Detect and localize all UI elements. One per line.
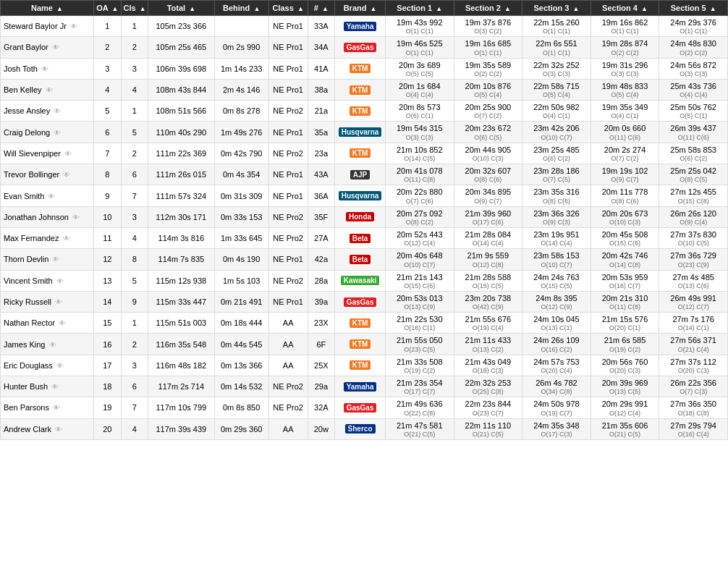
eye-icon[interactable]: 👁 — [56, 362, 64, 370]
s3-sub: O(4) C(1) — [525, 112, 588, 119]
col-header-s5[interactable]: Section 5 ▲ — [659, 1, 728, 16]
eye-icon[interactable]: 👁 — [72, 213, 80, 221]
eye-icon[interactable]: 👁 — [48, 193, 55, 200]
s1-sub: O(11) C(8) — [388, 176, 452, 183]
col-header-total[interactable]: Total ▲ — [148, 1, 214, 16]
eye-icon[interactable]: 👁 — [55, 298, 62, 306]
s1-sub: O(19) C(2) — [388, 367, 452, 374]
s4-main: 21m 15s 576 — [593, 314, 657, 324]
col-header-name[interactable]: Name ▲ — [1, 1, 94, 16]
col-header-cls[interactable]: Cls ▲ — [121, 1, 148, 16]
eye-icon[interactable]: 👁 — [63, 171, 70, 179]
cell-cls: 4 — [121, 418, 148, 439]
s4-sub: O(9) C(7) — [593, 176, 657, 183]
cell-s5: 24m 48s 830 O(2) C(2) — [659, 37, 728, 58]
cell-s5: 25m 50s 762 O(5) C(1) — [659, 101, 728, 122]
col-header-s4[interactable]: Section 4 ▲ — [591, 1, 659, 16]
cell-s2: 22m 23s 844 O(23) C(7) — [454, 397, 522, 418]
eye-icon[interactable]: 👁 — [49, 341, 56, 349]
eye-icon[interactable]: 👁 — [63, 234, 70, 242]
cell-num: 23a — [308, 143, 335, 164]
s4-sub: O(21) C(5) — [593, 431, 657, 438]
cell-s5: 25m 43s 736 O(4) C(4) — [659, 79, 728, 100]
cell-oa: 12 — [93, 249, 121, 270]
eye-icon[interactable]: 👁 — [53, 404, 60, 412]
cell-s2: 21m 11s 433 O(13) C(2) — [454, 334, 522, 355]
eye-icon[interactable]: 👁 — [55, 426, 62, 433]
sort-arrow-s5: ▲ — [710, 5, 716, 12]
cell-oa: 17 — [93, 355, 121, 376]
col-header-class[interactable]: Class ▲ — [268, 1, 308, 16]
col-header-s3[interactable]: Section 3 ▲ — [522, 1, 591, 16]
sort-arrow-cls: ▲ — [140, 5, 146, 12]
s4-sub: O(10) C(3) — [593, 219, 657, 226]
rider-name: Eric Douglass — [4, 361, 53, 370]
cell-s3: 23m 28s 186 O(7) C(5) — [522, 164, 591, 185]
eye-icon[interactable]: 👁 — [52, 255, 59, 263]
s5-main: 27m 29s 794 — [661, 420, 725, 431]
cell-s4: 20m 42s 746 O(14) C(8) — [591, 249, 659, 270]
cell-num: 34A — [308, 37, 335, 58]
table-row: Hunter Bush 👁 18 6 117m 2s 714 0m 14s 53… — [1, 376, 728, 397]
table-row: Eric Douglass 👁 17 3 116m 48s 182 0m 13s… — [1, 355, 728, 376]
eye-icon[interactable]: 👁 — [59, 319, 66, 327]
s4-sub: O(20) C(3) — [593, 367, 657, 374]
eye-icon[interactable]: 👁 — [52, 43, 59, 51]
eye-icon[interactable]: 👁 — [51, 383, 59, 391]
s5-main: 24m 56s 872 — [661, 60, 725, 70]
cell-s5: 25m 25s 042 O(8) C(5) — [659, 164, 728, 185]
eye-icon[interactable]: 👁 — [46, 86, 53, 94]
s2-sub: O(2) C(2) — [457, 70, 520, 77]
s1-sub: O(15) C(6) — [388, 282, 452, 289]
s1-sub: O(4) C(4) — [388, 91, 452, 98]
cell-s2: 21m 55s 676 O(19) C(4) — [454, 313, 522, 334]
cell-s4: 20m 39s 969 O(13) C(5) — [591, 376, 659, 397]
col-header-num[interactable]: # ▲ — [308, 1, 335, 16]
s1-main: 21m 33s 508 — [388, 357, 452, 367]
cell-s2: 19m 35s 589 O(2) C(2) — [454, 58, 522, 79]
eye-icon[interactable]: 👁 — [56, 277, 64, 285]
header-row: Name ▲ OA ▲ Cls ▲ Total ▲ Behind ▲ Class… — [1, 1, 728, 16]
cell-class: NE Pro1 — [268, 122, 308, 143]
cell-total: 115m 12s 938 — [148, 270, 214, 291]
s2-sub: O(13) C(2) — [457, 346, 520, 353]
cell-s1: 20m 1s 684 O(4) C(4) — [385, 79, 454, 100]
s1-main: 20m 41s 078 — [388, 166, 452, 176]
s3-main: 22m 6s 551 — [525, 38, 588, 48]
cell-total: 117m 2s 714 — [148, 376, 214, 397]
cell-s3: 24m 8s 395 O(12) C(9) — [522, 291, 591, 312]
cell-total: 116m 48s 182 — [148, 355, 214, 376]
eye-icon[interactable]: 👁 — [70, 22, 77, 30]
cell-s1: 19m 43s 992 O(1) C(1) — [385, 16, 454, 37]
s4-sub: O(5) C(4) — [593, 91, 657, 98]
table-row: Thorn Devlin 👁 12 8 114m 7s 835 0m 4s 19… — [1, 249, 728, 270]
cell-s4: 21m 35s 606 O(21) C(5) — [591, 418, 659, 439]
cell-s4: 20m 45s 508 O(15) C(6) — [591, 227, 659, 248]
cell-total: 108m 51s 566 — [148, 101, 214, 122]
cell-name: Hunter Bush 👁 — [1, 376, 94, 397]
col-header-s1[interactable]: Section 1 ▲ — [385, 1, 454, 16]
cell-s1: 19m 46s 525 O(1) C(1) — [385, 37, 454, 58]
s1-sub: O(1) C(1) — [388, 28, 452, 35]
eye-icon[interactable]: 👁 — [41, 65, 48, 73]
cell-behind: 0m 21s 491 — [214, 291, 268, 312]
s5-main: 26m 26s 120 — [661, 208, 725, 219]
eye-icon[interactable]: 👁 — [54, 129, 61, 137]
cell-brand: Yamaha — [335, 376, 386, 397]
col-header-oa[interactable]: OA ▲ — [93, 1, 121, 16]
s2-main: 22m 23s 844 — [457, 399, 520, 409]
eye-icon[interactable]: 👁 — [54, 107, 61, 115]
eye-icon[interactable]: 👁 — [64, 150, 72, 158]
cell-class: NE Pro1 — [268, 79, 308, 100]
brand-badge: Honda — [346, 212, 374, 221]
cell-s5: 27m 12s 455 O(15) C(8) — [659, 185, 728, 206]
rider-name: Trevor Bollinger — [4, 170, 59, 179]
cell-total: 111m 57s 324 — [148, 185, 214, 206]
cell-s1: 20m 3s 689 O(5) C(5) — [385, 58, 454, 79]
table-row: Jesse Ansley 👁 5 1 108m 51s 566 0m 8s 27… — [1, 101, 728, 122]
col-header-s2[interactable]: Section 2 ▲ — [454, 1, 522, 16]
col-header-brand[interactable]: Brand ▲ — [335, 1, 386, 16]
col-header-behind[interactable]: Behind ▲ — [214, 1, 268, 16]
cell-s5: 24m 56s 872 O(3) C(3) — [659, 58, 728, 79]
cell-s1: 20m 40s 648 O(10) C(7) — [385, 249, 454, 270]
